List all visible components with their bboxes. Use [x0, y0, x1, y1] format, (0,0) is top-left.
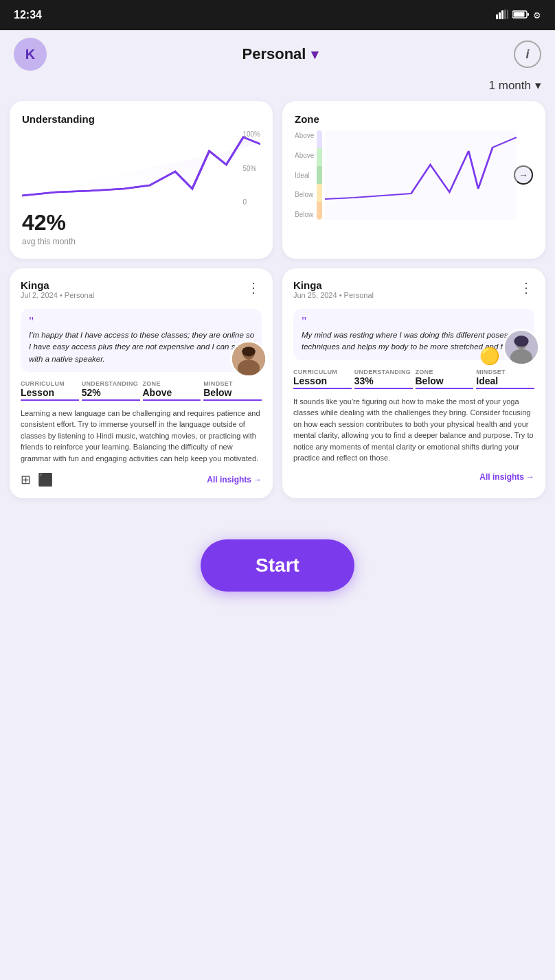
avg-label: avg this month — [22, 237, 260, 246]
zone-label-2-metric: ZONE — [416, 369, 474, 375]
y-label-top: 100% — [242, 130, 260, 138]
understanding-card: Understanding 100% 50% 0 42% avg this mo… — [10, 101, 273, 259]
time-filter-button[interactable]: 1 month ▾ — [489, 78, 541, 93]
y-label-mid: 50% — [242, 165, 260, 172]
zone-label-2: Above — [295, 152, 314, 159]
avatar-silhouette-2 — [505, 329, 538, 366]
svg-rect-2 — [501, 10, 503, 19]
insight-1-username: Kinga — [21, 279, 94, 291]
arrow-icon-1: → — [253, 475, 262, 485]
filter-chevron-icon: ▾ — [535, 78, 541, 93]
insight-1-body: Learning a new language can be challengi… — [21, 408, 262, 465]
insight-2-avatar — [503, 329, 540, 366]
header-title: Personal ▾ — [242, 45, 319, 63]
metric-zone-2: ZONE Below — [416, 369, 474, 389]
screen-icon[interactable]: ⬛ — [38, 472, 53, 487]
insight-card-1: Kinga Jul 2, 2024 • Personal ⋮ " I'm hap… — [10, 268, 273, 498]
mindset-label-1: MINDSET — [203, 380, 262, 387]
top-cards-grid: Understanding 100% 50% 0 42% avg this mo… — [0, 101, 555, 259]
zone-y-labels: Above Above Ideal Below Below — [295, 130, 314, 220]
mindset-label-2: MINDSET — [476, 369, 534, 375]
more-options-icon-2[interactable]: ⋮ — [519, 279, 534, 296]
mindset-value-1: Below — [203, 387, 262, 401]
insight-card-2-user: Kinga Jun 25, 2024 • Personal — [293, 279, 374, 306]
insight-2-footer: All insights → — [293, 472, 534, 482]
zone-arrow-button[interactable]: → — [514, 165, 533, 185]
info-icon: i — [525, 47, 529, 62]
insight-1-footer: ⊞ ⬛ All insights → — [21, 472, 262, 487]
emoji-badge: 🟡 — [479, 347, 500, 366]
start-button[interactable]: Start — [201, 539, 354, 592]
understanding-value-2: 33% — [354, 375, 413, 389]
curriculum-label-2: CURRICULUM — [293, 369, 352, 375]
insight-1-date: Jul 2, 2024 — [21, 291, 58, 299]
understanding-title: Understanding — [22, 113, 260, 125]
zone-value-1: Above — [143, 387, 201, 401]
avatar-placeholder-1 — [232, 342, 265, 375]
svg-rect-0 — [496, 14, 498, 19]
svg-rect-1 — [499, 12, 501, 19]
insight-1-metrics: CURRICULUM Lesson UNDERSTANDING 52% ZONE… — [21, 380, 262, 401]
svg-point-16 — [514, 336, 528, 347]
insight-card-2-header: Kinga Jun 25, 2024 • Personal ⋮ — [293, 279, 534, 306]
zone-label-5: Below — [295, 211, 314, 218]
settings-icon: ⚙ — [533, 10, 541, 21]
battery-icon — [512, 10, 529, 21]
insight-1-avatar — [230, 340, 267, 377]
more-options-icon-1[interactable]: ⋮ — [247, 279, 262, 296]
zone-title: Zone — [295, 113, 533, 125]
insight-1-quote-text: I'm happy that I have access to these cl… — [29, 329, 255, 365]
svg-rect-7 — [514, 12, 525, 16]
insight-1-quote-area: " I'm happy that I have access to these … — [21, 309, 262, 372]
svg-point-12 — [242, 347, 256, 356]
start-button-container: Start — [0, 498, 555, 619]
all-insights-button-2[interactable]: All insights → — [479, 472, 534, 482]
svg-rect-6 — [528, 13, 529, 16]
metric-mindset-1: MINDSET Below — [203, 380, 262, 401]
time-filter-label: 1 month — [489, 79, 531, 93]
curriculum-label-1: CURRICULUM — [21, 380, 79, 387]
zone-card: Zone Above Above Ideal Below Below → — [282, 101, 545, 259]
zone-label-1-metric: ZONE — [143, 380, 201, 387]
all-insights-label-1: All insights — [207, 475, 251, 485]
page-title: Personal — [242, 45, 306, 63]
insight-2-date: Jun 25, 2024 — [293, 291, 337, 299]
insight-card-1-header: Kinga Jul 2, 2024 • Personal ⋮ — [21, 279, 262, 306]
insight-card-1-user: Kinga Jul 2, 2024 • Personal — [21, 279, 94, 306]
metric-understanding-2: UNDERSTANDING 33% — [354, 369, 413, 389]
insight-cards-row: Kinga Jul 2, 2024 • Personal ⋮ " I'm hap… — [0, 259, 555, 498]
understanding-svg — [22, 130, 260, 206]
zone-label-4: Below — [295, 191, 314, 198]
avatar: K — [14, 38, 47, 71]
info-button[interactable]: i — [514, 40, 541, 68]
header: K Personal ▾ i — [0, 30, 555, 78]
metric-understanding-1: UNDERSTANDING 52% — [82, 380, 140, 401]
status-time: 12:34 — [14, 9, 42, 21]
all-insights-label-2: All insights — [479, 472, 524, 482]
zone-label-1: Above — [295, 132, 314, 139]
insight-2-quote-area: " My mind was resting where I was doing … — [293, 309, 534, 360]
metric-zone-1: ZONE Above — [143, 380, 201, 401]
all-insights-button-1[interactable]: All insights → — [207, 475, 262, 485]
grid-icon[interactable]: ⊞ — [21, 472, 31, 487]
svg-point-11 — [238, 360, 260, 377]
time-filter: 1 month ▾ — [0, 78, 555, 101]
curriculum-value-1: Lesson — [21, 387, 79, 401]
y-axis-labels: 100% 50% 0 — [242, 130, 260, 206]
zone-value-2: Below — [416, 375, 474, 389]
insight-2-context: Personal — [344, 291, 374, 299]
insight-2-metrics: CURRICULUM Lesson UNDERSTANDING 33% ZONE… — [293, 369, 534, 389]
insight-2-meta: Jun 25, 2024 • Personal — [293, 291, 374, 299]
insight-2-username: Kinga — [293, 279, 374, 291]
status-icons: ⚙ — [496, 10, 541, 21]
quote-icon-1: " — [29, 316, 255, 328]
insight-card-2: Kinga Jun 25, 2024 • Personal ⋮ " My min… — [282, 268, 545, 498]
svg-rect-4 — [507, 10, 508, 19]
metric-curriculum-2: CURRICULUM Lesson — [293, 369, 352, 389]
zone-color-bar — [317, 130, 322, 220]
chevron-down-icon[interactable]: ▾ — [311, 46, 318, 62]
understanding-value-1: 52% — [82, 387, 140, 401]
understanding-percent: 42% — [22, 210, 260, 235]
avatar-silhouette-1 — [232, 340, 265, 377]
insight-1-meta: Jul 2, 2024 • Personal — [21, 291, 94, 299]
